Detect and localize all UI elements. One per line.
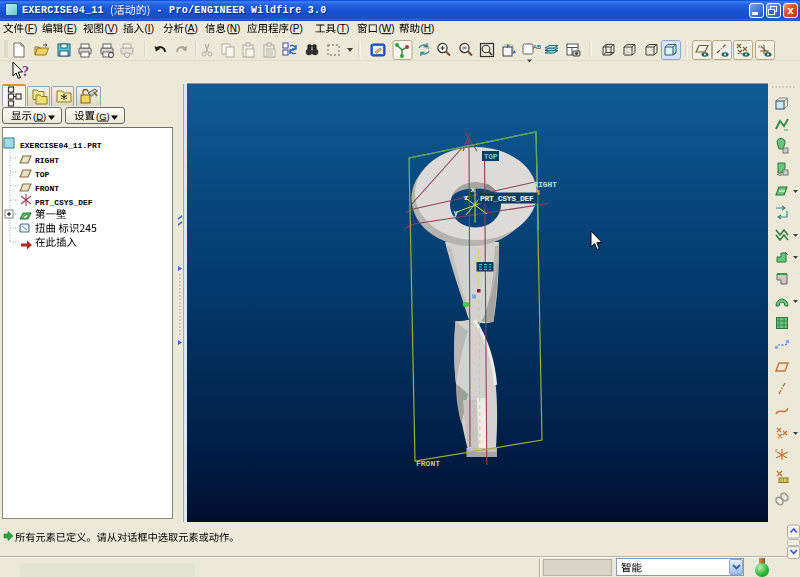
svg-text:AB: AB	[533, 44, 541, 50]
svg-text:RIGHT: RIGHT	[534, 181, 558, 189]
svg-text:TOP: TOP	[35, 170, 50, 179]
svg-text:PRT_CSYS_DEF: PRT_CSYS_DEF	[480, 194, 534, 203]
svg-text:FRONT: FRONT	[35, 184, 59, 193]
svg-text:x: x	[471, 186, 476, 194]
svg-text:z: z	[464, 194, 469, 202]
svg-text:(F): (F)	[25, 23, 38, 34]
svg-text:y: y	[454, 209, 459, 217]
svg-text:TOP: TOP	[484, 153, 498, 161]
svg-text:(E): (E)	[64, 23, 77, 34]
svg-text:RIGHT: RIGHT	[35, 156, 59, 165]
svg-text:%: %	[425, 44, 430, 50]
svg-text:(H): (H)	[421, 23, 435, 34]
svg-text:EXERCISE04_11.PRT: EXERCISE04_11.PRT	[20, 141, 102, 150]
svg-text:(T): (T)	[337, 23, 350, 34]
svg-text:(A): (A)	[185, 23, 198, 34]
svg-text:(V): (V)	[105, 23, 118, 34]
svg-text:(P): (P)	[290, 23, 303, 34]
svg-text:(I): (I)	[145, 23, 154, 34]
svg-text:(W): (W)	[379, 23, 395, 34]
svg-text:(D): (D)	[33, 111, 46, 122]
svg-text:?: ?	[22, 64, 29, 79]
svg-text:FRONT: FRONT	[416, 459, 440, 468]
svg-text:PRT_CSYS_DEF: PRT_CSYS_DEF	[35, 198, 93, 207]
svg-text:(G): (G)	[96, 111, 110, 122]
svg-text:(N): (N)	[227, 23, 241, 34]
